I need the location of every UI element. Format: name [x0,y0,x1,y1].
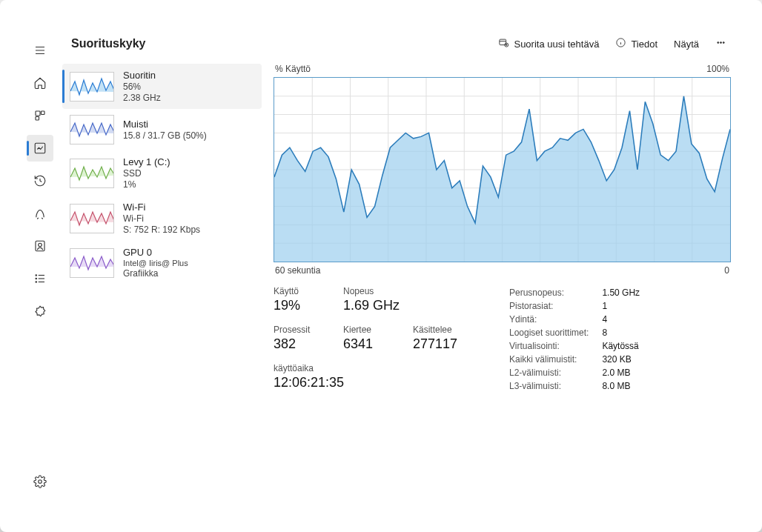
memory-thumb [70,115,114,144]
run-task-label: Suorita uusi tehtävä [514,39,599,50]
spec-row: Pistorasiat:1 [509,299,653,313]
info-icon [615,37,626,50]
svg-point-14 [720,42,722,44]
resource-line2: 2.38 GHz [123,93,161,103]
stat-uptime: käyttöaika 12:06:21:35 [274,363,487,393]
spec-value: 1 [602,299,653,313]
view-button[interactable]: Näytä [674,39,699,50]
stat-label: käyttöaika [274,363,487,373]
settings-icon[interactable] [27,468,53,495]
stat-label: Prosessit [274,325,340,335]
spec-table: Perusnopeus:1.50 GHz Pistorasiat:1 Ydint… [509,286,653,393]
spec-label: L2-välimuisti: [509,366,602,379]
stat-value: 277117 [413,336,487,352]
spec-value: Käytössä [602,339,653,353]
resource-cpu[interactable]: Suoritin 56% 2.38 GHz [62,64,262,109]
resource-line1: 56% [123,82,161,92]
spec-row: Ydintä:4 [509,313,653,326]
resource-title: Muisti [123,119,207,130]
cpu-thumb [70,72,114,102]
processes-icon[interactable] [27,102,53,129]
svg-point-15 [723,42,724,44]
spec-row: Kaikki välimuistit:320 KB [509,353,653,366]
hamburger-icon[interactable] [27,37,53,64]
stat-label: Käsittelee [413,325,487,335]
svg-point-13 [718,42,719,44]
details-pane: % Käyttö 100% 60 sekuntia 0 Käyttö [269,61,740,502]
svg-rect-1 [42,111,45,115]
more-button[interactable] [715,37,726,50]
svg-point-5 [39,243,42,247]
svg-point-9 [39,480,42,484]
resource-line2: 1% [123,179,170,190]
spec-row: L2-välimuisti:2.0 MB [509,366,653,379]
svg-point-6 [36,275,37,276]
stat-label: Kiertee [343,325,410,335]
spec-value: 1.50 GHz [602,286,653,299]
app-window: Suorituskyky Suorita uusi tehtävä Tiedot… [0,0,762,532]
stats-right: Perusnopeus:1.50 GHz Pistorasiat:1 Ydint… [509,286,653,393]
spec-label: Perusnopeus: [509,286,602,299]
resource-sidebar: Suoritin 56% 2.38 GHz Muisti 15.8 / 31.7… [58,61,269,502]
resource-line2: S: 752 R: 192 Kbps [123,225,200,235]
resource-gpu[interactable]: GPU 0 Intel@ Iiris@ Plus Grafiikka [62,241,262,285]
home-icon[interactable] [27,70,53,96]
chart-x-label: 60 sekuntia [275,265,320,276]
stat-value: 1.69 GHz [343,298,410,313]
details-icon[interactable] [27,265,53,292]
gpu-thumb [70,248,114,278]
users-icon[interactable] [27,233,53,259]
spec-row: L3-välimuisti:8.0 MB [509,379,653,393]
cpu-usage-chart [274,77,731,262]
details-button[interactable]: Tiedot [615,37,657,50]
stat-value: 6341 [343,336,410,352]
spec-row: Perusnopeus:1.50 GHz [509,286,653,299]
resource-title: Suoritin [123,70,161,81]
app: Suorituskyky Suorita uusi tehtävä Tiedot… [22,30,740,502]
spec-value: 320 KB [602,353,653,366]
performance-icon[interactable] [27,135,53,162]
spec-row: Loogiset suorittimet:8 [509,326,653,339]
resource-line1: SSD [123,168,170,179]
details-label: Tiedot [631,39,657,50]
svg-rect-4 [36,241,44,251]
resource-line1: Intel@ Iiris@ Plus [123,259,188,267]
run-task-icon [498,37,509,50]
svg-point-7 [36,278,37,279]
chart-y-max: 100% [706,64,729,74]
stat-usage: Käyttö 19% [274,286,340,316]
stat-value: 382 [274,336,340,352]
resource-disk[interactable]: Levy 1 (C:) SSD 1% [62,150,262,196]
header: Suorituskyky Suorita uusi tehtävä Tiedot… [58,30,740,61]
stat-processes: Prosessit 382 [274,325,340,354]
chart-bottom-labels: 60 sekuntia 0 [274,262,731,286]
spec-label: Ydintä: [509,313,602,326]
spec-label: Pistorasiat: [509,299,602,313]
stat-threads: Kiertee 6341 [343,325,410,354]
stat-label: Nopeus [343,286,410,296]
resource-title: Levy 1 (C:) [123,156,170,167]
stats: Käyttö 19% Nopeus 1.69 GHz Prosessit 382 [274,286,731,393]
startup-icon[interactable] [27,200,53,227]
stats-left: Käyttö 19% Nopeus 1.69 GHz Prosessit 382 [274,286,487,393]
page-title: Suorituskyky [71,37,145,50]
stat-value: 12:06:21:35 [274,375,487,390]
run-task-button[interactable]: Suorita uusi tehtävä [498,37,599,50]
services-icon[interactable] [27,298,53,325]
resource-memory[interactable]: Muisti 15.8 / 31.7 GB (50%) [62,109,262,150]
wifi-thumb [70,204,114,233]
resource-wifi[interactable]: Wi-Fi Wi-Fi S: 752 R: 192 Kbps [62,196,262,241]
chart-x-max: 0 [724,265,729,276]
history-icon[interactable] [27,167,53,194]
stat-value: 19% [274,298,340,313]
chart-top-labels: % Käyttö 100% [274,64,731,77]
svg-point-8 [36,282,37,283]
svg-rect-2 [36,117,39,121]
spec-label: Virtualisointi: [509,339,602,353]
resource-line2: Grafiikka [123,268,188,279]
more-icon [715,37,726,50]
content: Suoritin 56% 2.38 GHz Muisti 15.8 / 31.7… [58,61,740,502]
stat-label: Käyttö [274,286,340,296]
stat-speed: Nopeus 1.69 GHz [343,286,410,316]
disk-thumb [70,159,114,188]
